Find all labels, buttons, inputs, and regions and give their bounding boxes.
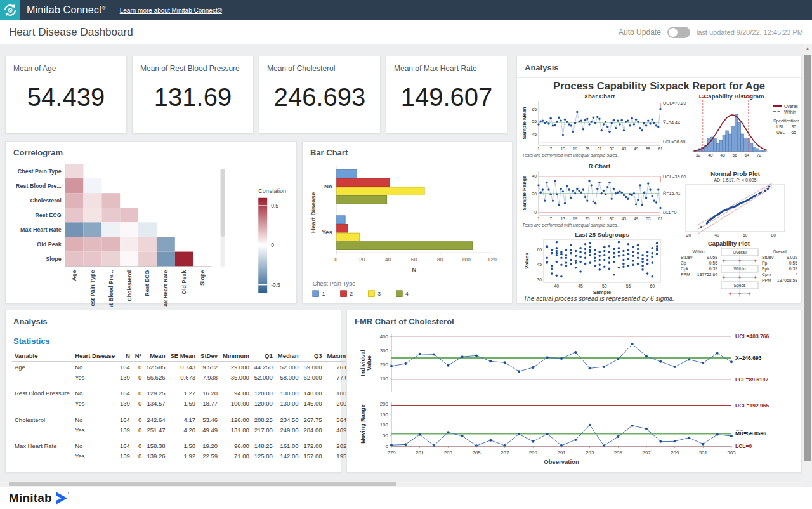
table-row: AgeNo164052.5850.7439.51229.00044.25052.… <box>12 362 357 373</box>
svg-text:279: 279 <box>387 450 396 456</box>
svg-text:64: 64 <box>745 153 750 157</box>
svg-text:X̄=246.693: X̄=246.693 <box>735 355 762 361</box>
correlogram-heatmap: Chest Pain TypeRest Blood Pre...Choleste… <box>8 160 294 309</box>
svg-text:137752.64: 137752.64 <box>697 272 717 277</box>
svg-text:40: 40 <box>554 284 560 288</box>
svg-text:Observation: Observation <box>544 458 579 465</box>
svg-text:31: 31 <box>597 216 602 221</box>
vertical-scrollbar-thumb[interactable] <box>804 55 811 461</box>
svg-text:200: 200 <box>380 362 389 367</box>
top-navbar: ⚙ Minitab Connect® Learn more about Mini… <box>0 0 812 20</box>
auto-update-toggle[interactable] <box>667 27 690 38</box>
svg-text:LSL: LSL <box>699 94 707 98</box>
panel-title: Analysis <box>6 310 341 329</box>
table-row: Max Heart RateNo1640158.381.5019.2096.00… <box>12 435 357 451</box>
svg-text:UCL=403.766: UCL=403.766 <box>735 333 769 340</box>
stats-col-header: Median <box>275 350 301 362</box>
stats-col-header: Minimum <box>220 350 252 362</box>
minitab-connect-logo-icon: ⚙ <box>0 0 20 20</box>
kpi-value: 149.607 <box>386 83 507 112</box>
svg-text:150: 150 <box>380 412 389 418</box>
auto-update-label: Auto Update <box>619 28 661 37</box>
vertical-scrollbar[interactable]: ▲ <box>803 44 812 481</box>
svg-text:Old Peak: Old Peak <box>181 270 187 294</box>
svg-text:40: 40 <box>708 153 713 157</box>
svg-text:IndividualValue: IndividualValue <box>360 350 372 376</box>
svg-text:0.39: 0.39 <box>709 267 717 271</box>
svg-text:Sample: Sample <box>593 289 612 295</box>
panel-title: Correlogram <box>6 142 296 160</box>
statistics-subtitle: Statistics <box>6 329 341 350</box>
svg-text:Last 25 Subgroups: Last 25 Subgroups <box>575 231 629 238</box>
process-capability-sixpack-chart: Process Capability Sixpack Report for Ag… <box>520 79 799 305</box>
svg-text:LCL=0: LCL=0 <box>735 443 752 449</box>
svg-text:Rest ECG: Rest ECG <box>145 270 151 296</box>
svg-text:No: No <box>324 183 332 190</box>
svg-text:⚙: ⚙ <box>7 6 13 14</box>
svg-text:65: 65 <box>532 107 537 112</box>
scroll-up-arrow-icon[interactable]: ▲ <box>803 44 812 53</box>
brand-registered-mark: ® <box>102 5 106 11</box>
analysis-statistics-panel: Analysis Statistics VariableHeart Diseas… <box>5 310 341 473</box>
svg-text:Rest Blood Pre...: Rest Blood Pre... <box>108 270 114 307</box>
svg-text:48: 48 <box>720 153 725 157</box>
correlogram-panel: Correlogram Chest Pain TypeRest Blood Pr… <box>5 141 297 303</box>
horizontal-scrollbar[interactable] <box>0 481 803 487</box>
svg-text:100: 100 <box>380 376 389 381</box>
svg-text:Yes: Yes <box>322 228 332 235</box>
svg-text:56: 56 <box>732 153 737 157</box>
svg-text:1: 1 <box>537 216 540 221</box>
svg-text:Capability Histogram: Capability Histogram <box>704 93 764 100</box>
kpi-label: Mean of Cholesterol <box>259 56 380 73</box>
svg-text:32: 32 <box>696 153 701 157</box>
stats-col-header: Variable <box>12 350 72 362</box>
svg-text:X̿=54.44: X̿=54.44 <box>662 120 680 126</box>
svg-text:PPM: PPM <box>681 272 690 277</box>
svg-text:283: 283 <box>444 450 453 456</box>
svg-text:0: 0 <box>386 444 389 449</box>
svg-text:281: 281 <box>416 450 424 456</box>
horizontal-scrollbar-thumb[interactable] <box>9 482 396 486</box>
svg-text:Cp: Cp <box>681 261 686 266</box>
svg-text:55: 55 <box>646 147 651 151</box>
svg-text:297: 297 <box>642 450 651 456</box>
svg-text:Cholesterol: Cholesterol <box>126 270 133 301</box>
svg-text:19: 19 <box>573 147 578 151</box>
svg-text:45: 45 <box>537 262 542 267</box>
svg-text:UCL=39.66: UCL=39.66 <box>663 174 686 180</box>
svg-text:Values: Values <box>524 253 530 269</box>
svg-text:0.55: 0.55 <box>789 261 797 265</box>
svg-text:303: 303 <box>727 450 736 456</box>
svg-text:37: 37 <box>610 216 615 221</box>
stats-col-header: N* <box>133 350 145 362</box>
svg-text:80: 80 <box>437 256 443 263</box>
svg-text:300: 300 <box>380 348 389 354</box>
svg-text:UCL=70.20: UCL=70.20 <box>663 100 686 106</box>
svg-text:Max Heart Rate: Max Heart Rate <box>162 270 169 307</box>
minitab-footer-wordmark: Minitab <box>9 491 52 505</box>
table-row: CholesterolNo1640242.644.1753.46126.0020… <box>12 409 357 425</box>
imr-chart-panel: I-MR Chart of Cholesterol 100200300400UC… <box>346 310 802 473</box>
svg-text:M̅R̅=59.0596: M̅R̅=59.0596 <box>735 430 766 437</box>
svg-text:100: 100 <box>380 422 389 428</box>
svg-text:Capability Plot: Capability Plot <box>708 240 750 247</box>
svg-text:UCL=192.965: UCL=192.965 <box>735 402 769 409</box>
svg-text:55: 55 <box>626 284 631 288</box>
svg-text:Sample Mean: Sample Mean <box>521 107 527 139</box>
svg-text:61: 61 <box>658 147 663 151</box>
page-footer: Minitab <box>0 487 812 509</box>
brand-name: Minitab Connect® <box>27 4 106 16</box>
analysis-sixpack-panel: Analysis Process Capability Sixpack Repo… <box>516 56 802 303</box>
svg-text:Age: Age <box>71 270 77 281</box>
svg-text:StDev: StDev <box>681 255 693 260</box>
svg-text:200: 200 <box>380 401 389 407</box>
learn-more-link[interactable]: Learn more about Minitab Connect® <box>120 7 222 14</box>
page-title: Heart Disease Dashboard <box>9 26 133 39</box>
svg-text:7: 7 <box>549 216 552 221</box>
svg-text:289: 289 <box>529 450 538 456</box>
svg-text:Within: Within <box>784 110 796 114</box>
svg-text:40: 40 <box>714 233 719 237</box>
svg-text:35: 35 <box>791 124 796 129</box>
kpi-label: Mean of Rest Blood Pressure <box>133 56 253 73</box>
svg-text:Overall: Overall <box>773 249 787 254</box>
